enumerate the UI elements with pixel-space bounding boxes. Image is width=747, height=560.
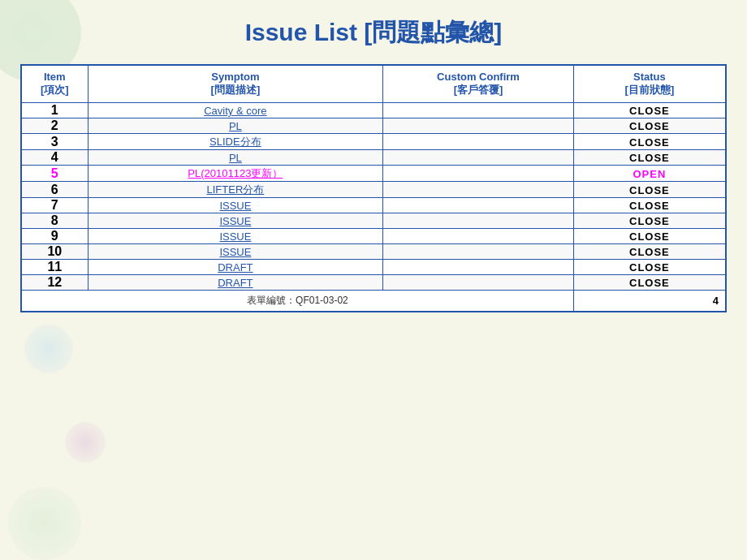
status-badge: CLOSE <box>629 200 670 212</box>
symptom-link[interactable]: DRAFT <box>218 261 253 274</box>
symptom-cell[interactable]: ISSUE <box>88 198 383 213</box>
item-number: 6 <box>21 182 88 198</box>
item-number: 3 <box>21 134 88 150</box>
table-row: 7ISSUECLOSE <box>21 198 726 213</box>
table-row: 6LIFTER分布CLOSE <box>21 182 726 198</box>
status-cell: CLOSE <box>573 213 726 229</box>
status-cell: CLOSE <box>573 103 726 118</box>
symptom-cell[interactable]: ISSUE <box>88 244 383 260</box>
table-row: 2PLCLOSE <box>21 118 726 134</box>
col-header-confirm: Custom Confirm [客戶答覆] <box>383 65 574 103</box>
status-badge: CLOSE <box>629 136 670 149</box>
confirm-cell <box>383 244 574 260</box>
symptom-cell[interactable]: ISSUE <box>88 229 383 244</box>
footer-form-number: 表單編號：QF01-03-02 <box>21 291 573 312</box>
symptom-cell[interactable]: PL <box>88 150 383 166</box>
status-cell: CLOSE <box>573 244 726 260</box>
symptom-cell[interactable]: SLIDE分布 <box>88 134 383 150</box>
symptom-link[interactable]: PL <box>229 152 242 164</box>
confirm-cell <box>383 213 574 229</box>
symptom-cell[interactable]: Cavity & core <box>88 103 383 118</box>
item-number: 12 <box>21 275 88 291</box>
table-row: 1Cavity & coreCLOSE <box>21 103 726 118</box>
table-row: 10ISSUECLOSE <box>21 244 726 260</box>
status-badge: CLOSE <box>629 215 670 227</box>
symptom-link[interactable]: ISSUE <box>219 200 251 212</box>
status-cell: OPEN <box>573 166 726 182</box>
symptom-cell[interactable]: DRAFT <box>88 275 383 291</box>
confirm-cell <box>383 260 574 275</box>
status-badge: CLOSE <box>629 120 670 132</box>
confirm-cell <box>383 229 574 244</box>
status-cell: CLOSE <box>573 182 726 198</box>
symptom-link[interactable]: ISSUE <box>219 230 251 243</box>
status-cell: CLOSE <box>573 134 726 150</box>
item-number: 11 <box>21 260 88 275</box>
issue-table: Item [項次] Symptom [問題描述] Custom Confirm … <box>20 64 727 312</box>
table-row: 8ISSUECLOSE <box>21 213 726 229</box>
status-badge: CLOSE <box>629 230 670 243</box>
footer-page-number: 4 <box>573 291 726 312</box>
status-cell: CLOSE <box>573 118 726 134</box>
table-row: 4PLCLOSE <box>21 150 726 166</box>
confirm-cell <box>383 118 574 134</box>
symptom-cell[interactable]: PL <box>88 118 383 134</box>
confirm-cell <box>383 166 574 182</box>
symptom-link[interactable]: DRAFT <box>218 277 253 289</box>
confirm-cell <box>383 275 574 291</box>
symptom-cell[interactable]: LIFTER分布 <box>88 182 383 198</box>
status-badge: CLOSE <box>629 184 670 196</box>
table-row: 9ISSUECLOSE <box>21 229 726 244</box>
item-number: 9 <box>21 229 88 244</box>
confirm-cell <box>383 103 574 118</box>
item-number: 2 <box>21 118 88 134</box>
page-title: Issue List [問題點彙總] <box>20 16 727 50</box>
status-cell: CLOSE <box>573 198 726 213</box>
status-badge: CLOSE <box>629 105 670 117</box>
symptom-link[interactable]: PL(20101123更新） <box>188 167 283 179</box>
status-badge: CLOSE <box>629 277 670 289</box>
item-number: 10 <box>21 244 88 260</box>
symptom-link[interactable]: LIFTER分布 <box>207 183 265 196</box>
col-header-status: Status [目前狀態] <box>573 65 726 103</box>
status-badge: CLOSE <box>629 261 670 274</box>
table-row: 12DRAFTCLOSE <box>21 275 726 291</box>
col-header-symptom: Symptom [問題描述] <box>88 65 383 103</box>
status-cell: CLOSE <box>573 229 726 244</box>
item-number: 5 <box>21 166 88 182</box>
confirm-cell <box>383 150 574 166</box>
confirm-cell <box>383 198 574 213</box>
symptom-cell[interactable]: ISSUE <box>88 213 383 229</box>
item-number: 1 <box>21 103 88 118</box>
symptom-link[interactable]: Cavity & core <box>204 105 266 117</box>
symptom-link[interactable]: PL <box>229 120 242 132</box>
item-number: 8 <box>21 213 88 229</box>
item-number: 4 <box>21 150 88 166</box>
item-number: 7 <box>21 198 88 213</box>
status-badge: CLOSE <box>629 152 670 164</box>
table-row: 3SLIDE分布CLOSE <box>21 134 726 150</box>
table-row: 11DRAFTCLOSE <box>21 260 726 275</box>
status-cell: CLOSE <box>573 150 726 166</box>
status-badge: CLOSE <box>629 246 670 258</box>
symptom-link[interactable]: SLIDE分布 <box>209 136 261 148</box>
status-cell: CLOSE <box>573 260 726 275</box>
status-badge: OPEN <box>633 168 666 180</box>
confirm-cell <box>383 182 574 198</box>
table-row: 5PL(20101123更新）OPEN <box>21 166 726 182</box>
col-header-item: Item [項次] <box>21 65 88 103</box>
symptom-link[interactable]: ISSUE <box>219 215 251 227</box>
symptom-cell[interactable]: DRAFT <box>88 260 383 275</box>
symptom-link[interactable]: ISSUE <box>219 246 251 258</box>
symptom-cell[interactable]: PL(20101123更新） <box>88 166 383 182</box>
confirm-cell <box>383 134 574 150</box>
status-cell: CLOSE <box>573 275 726 291</box>
